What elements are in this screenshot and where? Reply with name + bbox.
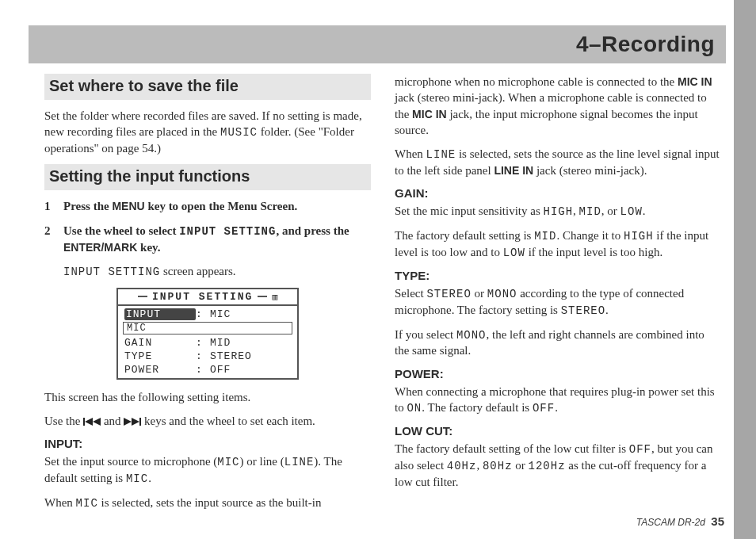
next-track-icon (124, 417, 141, 426)
gain-subheading: GAIN: (395, 186, 721, 200)
lcd-rows: INPUT:MIC MIC GAIN:MID TYPE:STEREO POWER… (118, 306, 297, 378)
music-folder-label: MUSIC (220, 126, 258, 139)
content-columns: Set where to save the file Set the folde… (44, 74, 721, 502)
chapter-header: 4–Recording (29, 25, 726, 63)
enter-mark-key-label: ENTER/MARK (63, 241, 137, 254)
prev-track-icon (83, 417, 101, 426)
menu-key-label: MENU (112, 200, 144, 212)
para-setting-items: This screen has the following setting it… (44, 389, 371, 405)
para-mic-in-cont: microphone when no microphone cable is c… (395, 74, 721, 138)
product-label: TASCAM DR-2d (636, 517, 705, 528)
section-heading-input: Setting the input functions (44, 164, 371, 190)
para-power: When connecting a microphone that requir… (395, 384, 721, 416)
page-footer: TASCAM DR-2d 35 (636, 514, 724, 528)
lcd-title-text: INPUT SETTING (152, 291, 253, 303)
step-2: 2 Use the wheel to select INPUT SETTING,… (44, 223, 371, 255)
section-heading-save: Set where to save the file (44, 74, 371, 100)
svg-rect-5 (139, 418, 141, 426)
lcd-screenshot: INPUT SETTING ▥ INPUT:MIC MIC GAIN:MID (116, 288, 299, 380)
svg-marker-2 (93, 418, 101, 426)
manual-page: 4–Recording Set where to save the file S… (0, 0, 756, 539)
para-gain-default: The factory default setting is MID. Chan… (395, 227, 721, 261)
lcd-sub-mic: MIC (123, 322, 292, 334)
lcd-row-input: INPUT:MIC (118, 308, 297, 321)
page-edge-stripe (734, 0, 756, 539)
battery-icon: ▥ (272, 292, 277, 302)
mic-in-jack-label: MIC IN (678, 75, 712, 88)
step-number: 1 (44, 198, 55, 214)
lcd-title-bar: INPUT SETTING ▥ (118, 289, 297, 306)
step-1: 1 Press the MENU key to open the Menu Sc… (44, 198, 371, 214)
page-number: 35 (711, 514, 724, 528)
para-type-mono: If you select MONO, the left and right c… (395, 327, 721, 359)
para-mic-selected: When MIC is selected, sets the input sou… (44, 495, 371, 511)
step-number: 2 (44, 223, 55, 255)
step-2-note: INPUT SETTING screen appears. (63, 263, 371, 280)
line-in-jack-label: LINE IN (494, 164, 533, 177)
lcd-row-gain: GAIN:MID (118, 336, 297, 350)
power-subheading: POWER: (395, 367, 721, 380)
type-subheading: TYPE: (395, 269, 721, 282)
para-lowcut: The factory default setting of the low c… (395, 441, 721, 490)
input-subheading: INPUT: (44, 437, 371, 450)
para-input-source: Set the input source to microphone (MIC)… (44, 453, 371, 487)
para-save-location: Set the folder where recorded files are … (44, 108, 371, 156)
svg-marker-3 (124, 418, 132, 426)
right-column: microphone when no microphone cable is c… (395, 74, 721, 502)
input-setting-label: INPUT SETTING (179, 225, 276, 238)
para-type-options: Select STEREO or MONO according to the t… (395, 285, 721, 319)
svg-marker-4 (132, 418, 139, 426)
lcd-row-power: POWER:OFF (118, 363, 297, 377)
para-use-keys: Use the and keys and the wheel to set ea… (44, 413, 371, 429)
svg-rect-0 (83, 418, 85, 426)
chapter-title: 4–Recording (576, 32, 715, 57)
lcd-row-type: TYPE:STEREO (118, 350, 297, 363)
input-steps-list: 1 Press the MENU key to open the Menu Sc… (44, 198, 371, 254)
lowcut-subheading: LOW CUT: (395, 424, 721, 438)
svg-marker-1 (85, 418, 93, 426)
left-column: Set where to save the file Set the folde… (44, 74, 371, 502)
para-gain-options: Set the mic input sensitivity as HIGH, M… (395, 203, 721, 220)
para-line-selected: When LINE is selected, sets the source a… (395, 146, 721, 178)
